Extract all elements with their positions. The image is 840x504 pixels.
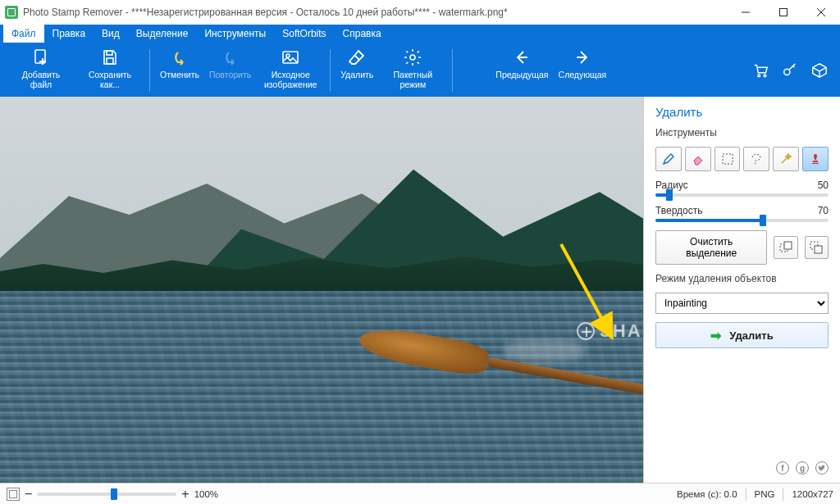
- lasso-tool[interactable]: [743, 147, 769, 171]
- workspace: ЗНАК Удалить Инструменты Радиус 50: [0, 97, 840, 483]
- hardness-slider[interactable]: [655, 219, 829, 222]
- radius-value: 50: [818, 179, 829, 191]
- stamp-tool[interactable]: [802, 147, 829, 171]
- svg-point-8: [764, 75, 766, 77]
- redo-icon: [221, 48, 240, 67]
- svg-point-7: [758, 75, 760, 77]
- facebook-icon[interactable]: f: [776, 461, 789, 474]
- eraser-icon: [347, 48, 367, 67]
- batch-mode-button[interactable]: Пакетный режим: [378, 44, 447, 97]
- save-as-button[interactable]: Сохранить как...: [75, 44, 144, 97]
- svg-rect-10: [723, 154, 733, 164]
- delete-label: Удалить: [340, 70, 373, 79]
- subtract-selection-button[interactable]: [805, 236, 829, 259]
- eraser-tool[interactable]: [685, 147, 711, 171]
- mode-select[interactable]: Inpainting: [655, 293, 829, 314]
- menu-selection[interactable]: Выделение: [128, 25, 197, 43]
- zoom-out-button[interactable]: −: [25, 488, 32, 501]
- package-icon[interactable]: [810, 61, 829, 79]
- run-arrow-icon: ➡: [710, 328, 721, 343]
- window-title: Photo Stamp Remover - ****Незарегистриро…: [23, 7, 727, 18]
- redo-button[interactable]: Повторить: [204, 44, 256, 97]
- status-bar: − + 100% Время (с): 0.0 PNG 1200x727: [0, 483, 840, 504]
- panel-delete-button[interactable]: ➡ Удалить: [655, 322, 829, 348]
- right-panel: Удалить Инструменты Радиус 50 Твердость …: [643, 97, 840, 483]
- menu-bar: Файл Правка Вид Выделение Инструменты So…: [0, 25, 840, 43]
- prev-button[interactable]: Предыдущая: [491, 44, 553, 97]
- google-icon[interactable]: g: [796, 461, 809, 474]
- add-file-icon: [31, 48, 51, 67]
- magic-wand-tool[interactable]: [773, 147, 799, 171]
- save-icon: [100, 48, 120, 67]
- menu-softorbits[interactable]: SoftOrbits: [274, 25, 334, 43]
- twitter-icon[interactable]: [815, 461, 829, 474]
- arrow-right-icon: [573, 48, 592, 67]
- zoom-value: 100%: [194, 489, 218, 499]
- menu-edit[interactable]: Правка: [44, 25, 94, 43]
- hardness-value: 70: [818, 205, 829, 216]
- watermark-plus-icon: [577, 322, 595, 340]
- arrow-left-icon: [512, 48, 532, 67]
- svg-rect-3: [107, 58, 113, 64]
- menu-tools[interactable]: Инструменты: [196, 25, 274, 43]
- zoom-slider[interactable]: [37, 493, 176, 496]
- svg-point-6: [410, 55, 415, 60]
- original-image-button[interactable]: Исходное изображение: [256, 44, 325, 97]
- zoom-fit-button[interactable]: [7, 488, 20, 501]
- title-bar: Photo Stamp Remover - ****Незарегистриро…: [0, 0, 840, 25]
- app-icon: [5, 6, 18, 19]
- status-dimensions: 1200x727: [792, 489, 833, 499]
- add-file-label: Добавить файл: [11, 70, 71, 89]
- save-as-label: Сохранить как...: [80, 70, 139, 89]
- menu-help[interactable]: Справка: [335, 25, 390, 43]
- undo-label: Отменить: [160, 70, 199, 79]
- redo-label: Повторить: [209, 70, 251, 79]
- hardness-label: Твердость: [655, 205, 703, 216]
- menu-file[interactable]: Файл: [3, 25, 44, 43]
- panel-title: Удалить: [655, 105, 829, 119]
- svg-rect-0: [780, 9, 788, 16]
- add-file-button[interactable]: Добавить файл: [7, 44, 75, 97]
- original-icon: [281, 48, 300, 67]
- canvas-viewport[interactable]: ЗНАК: [0, 97, 643, 483]
- svg-rect-12: [784, 242, 792, 249]
- menu-view[interactable]: Вид: [94, 25, 128, 43]
- svg-rect-2: [107, 51, 112, 55]
- undo-icon: [170, 48, 189, 67]
- maximize-button[interactable]: [765, 0, 802, 25]
- cart-icon[interactable]: [751, 61, 769, 79]
- pencil-tool[interactable]: [655, 147, 682, 171]
- delete-button[interactable]: Удалить: [336, 44, 378, 97]
- zoom-in-button[interactable]: +: [181, 488, 189, 501]
- rect-select-tool[interactable]: [714, 147, 741, 171]
- radius-slider[interactable]: [655, 193, 829, 197]
- svg-point-9: [784, 69, 790, 75]
- clear-selection-button[interactable]: Очистить выделение: [655, 230, 767, 265]
- mode-label: Режим удаления объектов: [655, 273, 829, 284]
- watermark: ЗНАК: [577, 320, 643, 342]
- prev-label: Предыдущая: [495, 70, 548, 79]
- watermark-label: ЗНАК: [600, 320, 643, 342]
- minimize-button[interactable]: [727, 0, 765, 25]
- undo-button[interactable]: Отменить: [155, 44, 204, 97]
- panel-delete-label: Удалить: [729, 329, 773, 342]
- image-canvas[interactable]: ЗНАК: [0, 97, 643, 483]
- tools-label: Инструменты: [655, 127, 829, 138]
- add-to-selection-button[interactable]: [774, 236, 797, 259]
- key-icon[interactable]: [781, 61, 799, 79]
- next-button[interactable]: Следующая: [554, 44, 612, 97]
- batch-label: Пакетный режим: [383, 70, 442, 89]
- close-button[interactable]: [802, 0, 840, 25]
- status-time: Время (с): 0.0: [677, 489, 737, 499]
- gear-icon: [403, 48, 422, 67]
- next-label: Следующая: [559, 70, 607, 79]
- svg-rect-14: [815, 246, 822, 253]
- main-toolbar: Добавить файл Сохранить как... Отменить …: [0, 43, 840, 97]
- social-links: f g: [655, 461, 829, 474]
- original-label: Исходное изображение: [261, 70, 320, 89]
- status-format: PNG: [755, 489, 775, 499]
